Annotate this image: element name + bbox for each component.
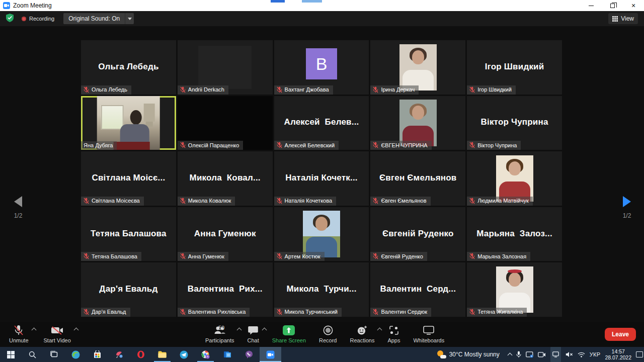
chat-button[interactable]: Chat (247, 324, 259, 343)
language-indicator[interactable]: УКР (590, 351, 601, 357)
chevron-up-icon[interactable] (377, 328, 382, 333)
participant-name-text: Віктор Чуприна (467, 117, 562, 127)
record-button[interactable]: Record (319, 324, 337, 343)
participant-tile[interactable]: Людмила Матвійчук (467, 151, 562, 206)
muted-mic-icon (373, 309, 378, 315)
tray-screenshare-icon[interactable] (526, 347, 533, 362)
taskbar-app-viber[interactable] (238, 347, 260, 362)
minimize-button[interactable] (581, 0, 602, 11)
original-sound-button[interactable]: Original Sound: On (63, 13, 134, 24)
tray-microphone-icon[interactable] (516, 347, 521, 362)
hidden-icons-chevron[interactable] (508, 347, 512, 362)
participant-name-tag: Валентина Рихлівська (178, 308, 250, 317)
meeting-toolbar: Recording Original Sound: On View (0, 11, 644, 26)
original-sound-dropdown[interactable] (125, 13, 134, 24)
maximize-button[interactable] (602, 0, 623, 11)
participant-tile[interactable]: Марьяна Залоз...Марьяна Залозная (467, 207, 562, 261)
participant-tile[interactable]: Дар'я ЕвальдДар'я Евальд (81, 262, 176, 317)
close-button[interactable]: × (623, 0, 644, 11)
taskbar-app-zoom[interactable] (260, 347, 281, 362)
chat-bubble-icon (248, 324, 258, 336)
start-video-button[interactable]: Start Video (44, 324, 71, 343)
participant-name-tag: Яна Дубяга (81, 141, 117, 150)
taskbar-app-explorer[interactable] (151, 347, 173, 362)
tray-camera-icon[interactable] (538, 347, 546, 362)
taskbar-app-edge[interactable] (65, 347, 87, 362)
apps-button[interactable]: Apps (387, 324, 400, 343)
participant-tile[interactable]: Віктор ЧупринаВіктор Чуприна (467, 96, 562, 150)
muted-mic-icon (84, 309, 89, 315)
participant-tile[interactable]: Євгеній РуденкоЄвгеній Руденко (370, 207, 465, 261)
participant-name-text: Наталія Кочетк... (274, 173, 369, 183)
participant-photo (399, 100, 437, 146)
participant-tile[interactable]: Тетяна Жигалкіна (467, 262, 562, 317)
recording-indicator[interactable]: Recording (22, 16, 54, 22)
participant-tile[interactable]: Наталія Кочетк...Наталія Кочеткова (274, 151, 369, 206)
previous-page-control[interactable]: 1/2 (8, 196, 28, 219)
participant-name-tag: Світлана Моісеєва (81, 197, 144, 206)
muted-mic-icon (373, 198, 378, 204)
weather-widget[interactable]: 30°C Mostly sunny (437, 350, 500, 358)
action-center-icon[interactable] (636, 347, 643, 362)
chevron-up-icon[interactable] (237, 328, 242, 333)
share-screen-button[interactable]: Share Screen (272, 324, 306, 343)
tray-monitor-icon[interactable] (550, 347, 561, 362)
participant-tile[interactable]: Олексій Паращенко (178, 96, 273, 150)
taskbar-app-chrome[interactable]: A (195, 347, 216, 362)
leave-button[interactable]: Leave (605, 328, 636, 341)
title-bar: Zoom Meeting × (0, 0, 644, 11)
unmute-button[interactable]: Unmute (9, 324, 29, 343)
participant-tile[interactable]: Ігор ШвидкийІгор Швидкий (467, 40, 562, 95)
taskbar-app-store[interactable] (87, 347, 108, 362)
participant-tile[interactable]: Ірина Деркач (370, 40, 465, 95)
tray-date: 28.07.2022 (605, 354, 631, 360)
window-controls: × (581, 0, 644, 11)
participant-tile[interactable]: Микола Турчи...Микола Турчинський (274, 262, 369, 317)
next-page-control[interactable]: 1/2 (617, 196, 637, 219)
participant-tile[interactable]: Артем Костюк (274, 207, 369, 261)
taskbar-app-taskview[interactable] (43, 347, 65, 362)
clock[interactable]: 14:57 28.07.2022 (605, 348, 631, 360)
participant-tile[interactable]: Микола Ковал...Микола Ковалюк (178, 151, 273, 206)
participant-name-tag: Тетяна Жигалкіна (467, 308, 527, 317)
chevron-down-icon (128, 18, 132, 20)
muted-mic-icon (469, 253, 475, 259)
participant-tile[interactable]: ЄВГЕН ЧУПРИНА (370, 96, 465, 150)
taskbar-app-opera[interactable] (130, 347, 151, 362)
participants-button[interactable]: 50 Participants (205, 324, 234, 343)
weather-icon (437, 350, 446, 358)
taskbar-app-start[interactable] (0, 347, 22, 362)
participant-tile[interactable]: Валентин Серд...Валентин Сердюк (370, 262, 465, 317)
participant-tile[interactable]: BВахтанг Джобава (274, 40, 369, 95)
participant-name-text: Микола Ковал... (178, 173, 273, 183)
muted-mic-icon (277, 309, 282, 315)
participant-tile[interactable]: Алексей Белев...Алексей Белевский (274, 96, 369, 150)
participant-tile[interactable]: Яна Дубяга (81, 96, 176, 150)
grid-view-icon (612, 16, 618, 22)
view-button[interactable]: View (608, 13, 638, 24)
taskbar-app-search[interactable] (22, 347, 43, 362)
taskbar-app-telegram[interactable] (173, 347, 195, 362)
security-shield-icon[interactable] (6, 14, 14, 24)
chevron-up-icon[interactable] (31, 328, 36, 333)
participant-name-text: Валентин Серд... (370, 284, 465, 294)
participant-photo (303, 211, 340, 257)
participant-tile[interactable]: Andrii Derkach (178, 40, 273, 95)
muted-mic-icon (469, 309, 475, 315)
arrow-right-icon[interactable] (623, 196, 631, 207)
participant-tile[interactable]: Світлана Моісє...Світлана Моісеєва (81, 151, 176, 206)
participant-tile[interactable]: Анна ГуменюкАнна Гуменюк (178, 207, 273, 261)
reactions-button[interactable]: Reactions (350, 324, 374, 343)
tray-volume-muted-icon[interactable] (566, 347, 573, 362)
chevron-up-icon[interactable] (262, 328, 267, 333)
whiteboards-button[interactable]: Whiteboards (413, 324, 444, 343)
participant-tile[interactable]: Тетяна БалашоваТетяна Балашова (81, 207, 176, 261)
participant-tile[interactable]: Валентина Рих...Валентина Рихлівська (178, 262, 273, 317)
tray-wifi-icon[interactable] (578, 347, 585, 362)
taskbar-app-mail[interactable] (216, 347, 238, 362)
chevron-up-icon[interactable] (73, 328, 78, 333)
arrow-left-icon[interactable] (14, 196, 22, 207)
participant-tile[interactable]: Ольга ЛебедьОльга Лебедь (81, 40, 176, 95)
taskbar-app-media[interactable] (108, 347, 130, 362)
participant-tile[interactable]: Євген ЄмельяновЄвген Ємельянов (370, 151, 465, 206)
